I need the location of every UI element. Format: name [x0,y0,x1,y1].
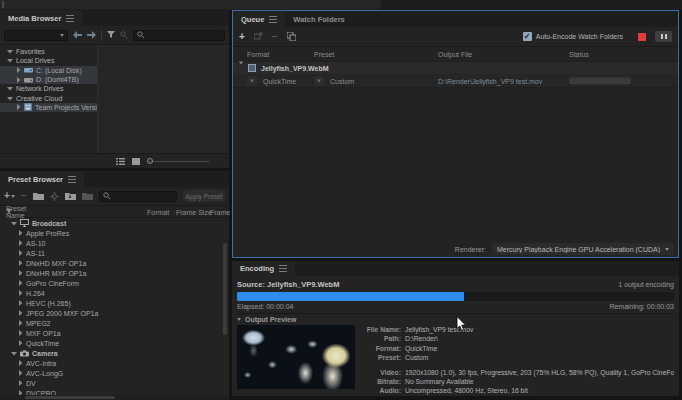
tree-item[interactable]: JPEG 2000 MXF OP1a [0,308,229,318]
queue-output-row[interactable]: QuickTime Custom D:\Render\Jellyfish_VP9… [233,74,678,88]
tree-item[interactable]: Apple ProRes [0,228,229,238]
chevron-right-icon[interactable] [18,230,23,236]
tree-item[interactable]: Creative Cloud [0,93,97,102]
chevron-right-icon[interactable] [18,320,23,326]
queue-group-row[interactable]: Jellyfish_VP9.WebM [233,62,678,74]
tree-item[interactable]: AS-10 [0,238,229,248]
apply-preset-button[interactable]: Apply Preset [183,190,225,202]
tree-item[interactable]: QuickTime [0,338,229,348]
tab-preset-browser[interactable]: Preset Browser [0,171,84,187]
column-preset-name[interactable]: Preset Name [6,209,12,215]
chevron-down-icon[interactable] [7,58,13,63]
auto-encode-checkbox[interactable]: ✓ [523,32,532,41]
panel-menu-icon[interactable] [66,15,74,22]
tree-item[interactable]: Camera [0,348,229,358]
tree-item[interactable]: H.264 [0,288,229,298]
format-value[interactable]: QuickTime [263,77,296,84]
output-preview-header[interactable]: Output Preview [237,313,674,323]
chevron-down-icon[interactable] [7,49,13,54]
chevron-right-icon[interactable] [18,240,23,246]
renderer-dropdown[interactable]: Mercury Playback Engine GPU Acceleration… [492,243,674,255]
panel-menu-icon[interactable] [68,176,76,183]
tab-watch-folders[interactable]: Watch Folders [285,11,352,27]
tree-item[interactable]: DNxHR MXF OP1a [0,268,229,278]
output-file-link[interactable]: D:\Render\Jellyfish_VP9 test.mov [438,77,542,84]
column-frame-size[interactable]: Frame Size [176,208,212,215]
preset-settings-icon[interactable] [50,192,59,201]
preset-dropdown[interactable] [314,76,324,85]
tree-item[interactable]: AVC-LongG [0,368,229,378]
export-preset-icon[interactable] [82,192,93,200]
forward-icon[interactable] [87,31,96,39]
chevron-right-icon[interactable] [18,250,23,256]
chevron-right-icon[interactable] [18,290,23,296]
chevron-right-icon[interactable] [16,67,21,73]
pause-button[interactable] [655,31,672,42]
chevron-right-icon[interactable] [18,340,23,346]
tree-item[interactable]: MPEG2 [0,318,229,328]
chevron-right-icon[interactable] [18,330,23,336]
tree-item[interactable]: DNxHD MXF OP1a [0,258,229,268]
format-dropdown[interactable] [247,76,257,85]
tree-item[interactable]: Local Drives [0,56,97,65]
column-status[interactable]: Status [569,51,589,58]
tree-item[interactable]: Broadcast [0,218,229,228]
media-source-dropdown[interactable] [4,30,68,41]
duplicate-icon[interactable] [287,32,296,41]
chevron-right-icon[interactable] [18,380,23,386]
add-output-icon[interactable] [254,32,263,41]
chevron-right-icon[interactable] [18,360,23,366]
tree-item[interactable]: MXF OP1a [0,328,229,338]
preset-search-input[interactable] [99,191,177,202]
column-output-file[interactable]: Output File [438,51,472,58]
preset-horizontal-scrollbar[interactable] [0,395,229,400]
column-format[interactable]: Format [247,51,269,58]
media-search-input[interactable] [133,30,225,41]
column-frame-rate[interactable]: Frame [210,208,230,215]
tree-item[interactable]: DVCPRO [0,388,229,395]
chevron-down-icon[interactable] [239,65,243,72]
filter-icon[interactable] [107,31,115,39]
chevron-right-icon[interactable] [18,260,23,266]
chevron-right-icon[interactable] [18,280,23,286]
chevron-down-icon[interactable] [11,221,17,226]
import-preset-icon[interactable] [65,192,76,200]
thumbnail-size-slider[interactable] [147,158,209,165]
delete-preset-icon[interactable]: − [21,191,27,201]
panel-menu-icon[interactable] [279,265,287,272]
chevron-right-icon[interactable] [16,77,21,83]
tree-item[interactable]: Network Drives [0,84,97,93]
remove-icon[interactable]: − [272,32,278,42]
new-group-icon[interactable] [33,192,44,200]
tree-item[interactable]: Favorites [0,47,97,56]
tab-queue[interactable]: Queue [233,11,285,27]
chevron-right-icon[interactable] [16,104,21,110]
tab-media-browser[interactable]: Media Browser [0,10,82,26]
list-view-icon[interactable] [116,158,125,165]
back-icon[interactable] [73,31,82,39]
tree-item[interactable]: Team Projects Versions [0,103,97,112]
auto-encode-control[interactable]: ✓ Auto-Encode Watch Folders [523,32,623,41]
tree-item[interactable]: AVC-Intra [0,358,229,368]
tree-item[interactable]: GoPro CineForm [0,278,229,288]
preset-value[interactable]: Custom [330,77,354,84]
add-source-icon[interactable]: + [239,32,245,42]
column-format[interactable]: Format [147,208,169,215]
column-preset[interactable]: Preset [314,51,334,58]
tree-item[interactable]: DV [0,378,229,388]
chevron-down-icon[interactable] [7,86,13,91]
chevron-down-icon[interactable] [11,351,17,356]
chevron-down-icon[interactable] [7,96,13,101]
stop-button[interactable] [638,33,646,41]
thumbnail-view-icon[interactable] [132,158,140,165]
slider-knob[interactable] [147,158,153,164]
chevron-right-icon[interactable] [18,370,23,376]
panel-menu-icon[interactable] [269,16,277,23]
tab-encoding[interactable]: Encoding [232,261,295,276]
tree-item[interactable]: D: (Domi4TB) [0,75,97,84]
create-preset-icon[interactable]: + [4,191,15,201]
tree-item[interactable]: C: (Local Disk) [0,66,97,75]
search-toggle-icon[interactable] [120,31,128,39]
chevron-right-icon[interactable] [18,300,23,306]
preset-vertical-scrollbar[interactable] [223,243,227,335]
